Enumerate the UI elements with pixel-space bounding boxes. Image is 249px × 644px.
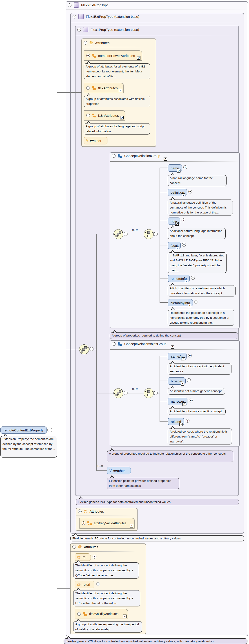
open-reference-link-icon[interactable]: ↗ [181,382,184,386]
attribute-at-icon: @ [78,545,82,549]
expand-icon[interactable]: + [191,276,195,280]
attribute-reluri[interactable]: @ reluri [75,581,94,588]
attribute-group-flexattributes[interactable]: + flexAttributes ↗ [84,83,124,93]
open-reference-link-icon[interactable]: ↗ [123,614,127,618]
collapse-icon[interactable]: − [154,391,158,395]
connector-line [52,430,57,430]
open-reference-link-icon[interactable]: ↗ [182,194,185,197]
collapse-icon[interactable]: − [47,428,52,432]
attribute-group-timevalidityattributes[interactable]: + timeValidityAttributes ↗ [75,609,128,619]
expand-icon[interactable]: + [182,243,186,246]
choice-compositor-icon[interactable] [144,388,154,398]
open-reference-link-icon[interactable]: ↗ [137,56,140,60]
connector-line [160,380,168,381]
expand-icon[interactable]: + [96,582,100,586]
conceptrelationshipsgroup-title: ConceptRelationshipsGroup [124,342,167,346]
connector-line [160,278,168,278]
schema-diagram-canvas: − Flex2ExtPropType − Flex1ExtPropType (e… [0,0,249,644]
header-separator [110,161,239,162]
expand-icon[interactable]: + [77,612,81,616]
connector-line [96,234,114,234]
expand-icon[interactable]: + [188,354,192,358]
connector-line [160,245,168,246]
connector-line [160,168,168,168]
annotation-callout: Extension Property; the semantics are de… [0,436,57,458]
expand-icon[interactable]: + [187,378,191,382]
expand-icon[interactable]: + [194,300,198,304]
open-reference-link-icon[interactable]: ↗ [179,423,183,426]
open-reference-link-icon[interactable]: ↗ [176,246,179,250]
collapse-icon[interactable]: − [68,3,71,7]
conceptrelationshipsgroup-header: − ConceptRelationshipsGroup [112,342,167,346]
collapse-icon[interactable]: − [78,510,82,513]
annotation-callout: A group of attributes associated with fl… [84,96,150,107]
open-reference-link-icon[interactable]: ↗ [177,169,181,172]
attribute-group-commonpowerattributes[interactable]: + commonPowerAttributes ↗ [84,50,142,61]
collapse-icon[interactable]: − [73,15,76,18]
open-reference-link-icon[interactable]: ↗ [183,402,186,406]
attribute-group-label: timeValidityAttributes [89,612,118,616]
open-reference-link-icon[interactable]: ↗ [182,358,185,361]
expand-icon[interactable]: + [86,86,90,90]
header-separator [82,47,146,47]
annotation-callout: An identifier of a concept with equivale… [168,363,232,374]
expand-icon[interactable]: + [183,165,187,169]
expand-icon[interactable]: + [86,54,90,57]
open-reference-link-icon[interactable]: ↗ [120,116,124,120]
flex2extproptype-title: Flex2ExtPropType [81,3,109,7]
open-reference-link-icon[interactable]: ↗ [171,345,174,349]
collapse-icon[interactable]: − [112,342,116,346]
annotation-callout: Additional natural language information … [168,228,226,239]
collapse-icon[interactable]: − [84,41,87,44]
open-reference-link-icon[interactable]: ↗ [130,524,133,528]
annotation-callout: A link to an item or a web resource whic… [168,285,236,296]
collapse-icon[interactable]: − [124,391,128,395]
expand-icon[interactable]: + [93,555,96,558]
attribute-wildcard-other[interactable]: ∀ ##other [84,137,107,144]
expand-icon[interactable]: + [188,190,192,194]
expand-icon[interactable]: + [189,398,193,402]
open-reference-link-icon[interactable]: ↗ [175,222,179,226]
attributes-title: Attributes [84,545,98,549]
open-reference-link-icon[interactable]: ↗ [119,89,122,92]
connector-line [160,192,168,192]
element-wildcard-other[interactable]: ∀ ##other [107,467,131,474]
sequence-compositor-icon[interactable] [79,344,89,354]
sequence-compositor-icon[interactable] [113,388,123,398]
expand-icon[interactable]: + [186,419,190,423]
header-separator [66,9,248,10]
connector-line [160,221,168,221]
choice-compositor-icon[interactable] [144,229,154,239]
model-group-icon [118,154,122,158]
attribute-group-arbitraryvalueattributes[interactable]: + arbitraryValueAttributes ↗ [79,518,135,528]
expand-icon[interactable]: + [182,218,185,222]
attribute-group-label: commonPowerAttributes [98,54,135,58]
collapse-icon[interactable]: − [112,154,116,158]
attribute-group-label: i18nAttributes [98,114,119,118]
sequence-compositor-icon[interactable] [113,229,123,239]
occurrence-label: 0..∞ [132,228,138,232]
connector-line [160,421,168,422]
collapse-icon[interactable]: − [89,347,93,351]
model-group-icon [118,342,122,346]
element-remotecontentextproperty[interactable]: remoteContentExtProperty [0,426,47,434]
open-reference-link-icon[interactable]: ↗ [185,280,188,283]
collapse-icon[interactable]: − [72,545,76,549]
attribute-group-i18nattributes[interactable]: + i18nAttributes ↗ [84,110,125,120]
collapse-icon[interactable]: − [154,232,158,236]
attribute-group-icon [83,612,87,616]
conceptdefinitiongroup-header: − ConceptDefinitionGroup [112,154,160,158]
connector-line [96,470,107,470]
expand-icon[interactable]: + [86,114,90,117]
attributes-title: Attributes [90,510,104,513]
attribute-group-icon [87,522,92,525]
open-reference-link-icon[interactable]: ↗ [164,157,167,160]
expand-icon[interactable]: + [82,522,85,525]
open-reference-link-icon[interactable]: ↗ [188,304,191,307]
collapse-icon[interactable]: − [77,28,81,32]
occurrence-label: 0..∞ [132,387,138,390]
attribute-label: rel [83,555,86,559]
collapse-icon[interactable]: − [124,232,128,236]
attribute-at-icon: @ [77,555,81,559]
element-label: sameAs [171,354,183,358]
